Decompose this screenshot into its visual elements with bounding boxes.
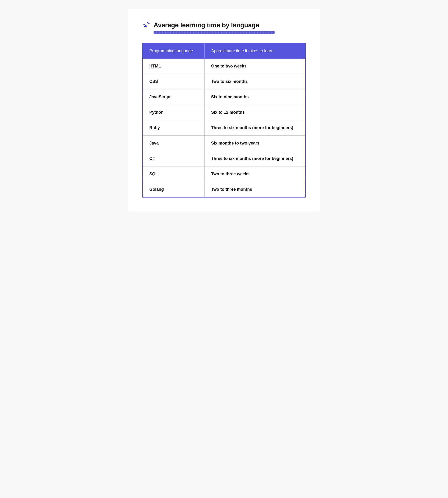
table-row: GolangTwo to three months	[143, 182, 305, 198]
time-cell: Two to six months	[204, 74, 305, 89]
title-row: Average learning time by language	[142, 21, 259, 29]
table-header-row: Programming language Approximate time it…	[143, 43, 305, 59]
language-cell: Java	[143, 136, 204, 151]
language-cell: JavaScript	[143, 89, 204, 105]
time-cell: Three to six months (more for beginners)	[204, 151, 305, 166]
table-row: HTMLOne to two weeks	[143, 59, 305, 74]
svg-line-2	[144, 26, 147, 27]
language-cell: Python	[143, 105, 204, 120]
language-cell: SQL	[143, 166, 204, 182]
title-section: Average learning time by language	[142, 21, 306, 34]
table-row: SQLTwo to three weeks	[143, 166, 305, 182]
table-row: C#Three to six months (more for beginner…	[143, 151, 305, 166]
svg-line-0	[147, 22, 149, 24]
time-cell: Two to three weeks	[204, 166, 305, 182]
time-cell: Two to three months	[204, 182, 305, 198]
table-row: RubyThree to six months (more for beginn…	[143, 120, 305, 136]
language-cell: Golang	[143, 182, 204, 198]
language-cell: C#	[143, 151, 204, 166]
time-cell: Six to 12 months	[204, 105, 305, 120]
language-cell: CSS	[143, 74, 204, 89]
language-cell: HTML	[143, 59, 204, 74]
main-container: Average learning time by language Progra…	[128, 9, 320, 212]
sparkle-icon	[142, 21, 151, 29]
col-header-time: Approximate time it takes to learn	[204, 43, 305, 59]
time-cell: Six months to two years	[204, 136, 305, 151]
time-cell: Three to six months (more for beginners)	[204, 120, 305, 136]
language-table: Programming language Approximate time it…	[142, 43, 306, 198]
col-header-language: Programming language	[143, 43, 204, 59]
time-cell: Six to nine months	[204, 89, 305, 105]
table-row: PythonSix to 12 months	[143, 105, 305, 120]
language-cell: Ruby	[143, 120, 204, 136]
page-title: Average learning time by language	[154, 21, 259, 29]
table-row: CSSTwo to six months	[143, 74, 305, 89]
title-underline	[154, 31, 275, 34]
table-row: JavaSix months to two years	[143, 136, 305, 151]
svg-line-1	[144, 24, 146, 26]
time-cell: One to two weeks	[204, 59, 305, 74]
table-row: JavaScriptSix to nine months	[143, 89, 305, 105]
